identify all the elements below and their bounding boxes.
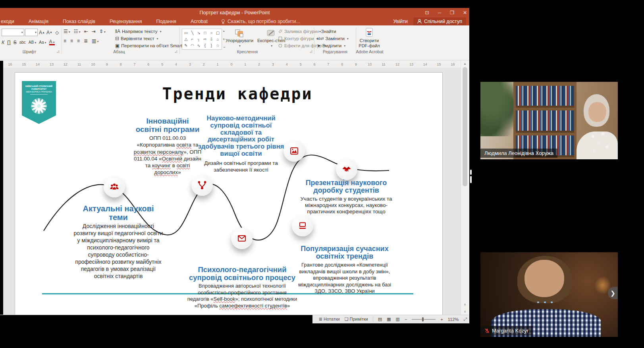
change-case-icon[interactable]: Аа▾ [39,40,46,44]
slide-sorter-view-icon[interactable]: ▦ [387,317,391,322]
comments-button[interactable]: ❏ Примітки [345,317,368,322]
fit-to-window-icon[interactable]: ⤢ [463,317,467,322]
line-spacing-icon[interactable]: ⇕▾ [99,29,106,34]
ruler-number: 10 [363,62,377,66]
numbering-icon[interactable]: ☷▾ [74,29,81,34]
close-icon[interactable]: ✕ [463,10,467,15]
scrollbar-thumb[interactable] [463,67,467,186]
ribbon-display-options-icon[interactable]: ⊡ [425,10,429,15]
shape-icon[interactable]: ✎ [183,43,189,48]
shape-icon[interactable]: ╲ [189,30,195,36]
font-size-select[interactable]: ▾ [25,29,38,36]
char-spacing-icon[interactable]: АВ▾ [29,40,36,44]
block-heading: Популяризація сучасних освітніх трендів [292,245,397,261]
grow-font-icon[interactable]: А▲ [39,29,45,36]
zoom-slider-knob[interactable] [422,317,424,321]
shape-icon[interactable]: ∿ [196,43,202,48]
shapes-scroll-up-icon[interactable]: ▴ [223,29,226,33]
drawing-dialog-launcher-icon[interactable]: ◿ [310,50,312,53]
shrink-font-icon[interactable]: А▼ [46,29,53,36]
font-name-select[interactable]: ▾ [2,29,24,36]
align-text-button[interactable]: ⊟ Вирівняти текст▾ [115,35,192,42]
shape-icon[interactable]: ▭ [183,30,189,36]
ribbon-tab[interactable]: Показ слайдів [63,19,95,24]
find-button[interactable]: ⌕ Знайти [317,28,349,35]
block-heading: Інноваційні освітні програми [133,117,202,133]
people-icon [109,182,120,191]
ribbon-tab[interactable]: еходи [1,19,14,24]
shape-icon[interactable]: ┐ [196,36,202,42]
ribbon-tab[interactable]: Рецензування [110,19,142,24]
shape-icon[interactable]: ☆ [215,43,221,48]
block-psych-pedagogical-support: Психолого-педагогічний супровід освітньо… [187,266,298,309]
next-participants-button[interactable]: ❯ [608,287,618,299]
increase-indent-icon[interactable]: ⇥ [92,29,96,34]
notes-button[interactable]: ≣ Нотатки [319,317,340,322]
paragraph-buttons: ☰▾ ☷▾ ⇤ ⇥ ⇕▾ ≡ ≡ ≡ ≣ ▥▾ [64,29,111,44]
font-dialog-launcher-icon[interactable]: ◿ [57,50,59,53]
shape-icon[interactable]: ⇩ [208,36,214,42]
columns-icon[interactable]: ▥▾ [92,38,98,44]
share-button[interactable]: Спільний доступ [413,17,466,25]
align-left-icon[interactable]: ≡ [64,38,66,44]
zoom-in-icon[interactable]: + [440,317,443,322]
shape-icon[interactable]: △ [183,36,189,42]
restore-icon[interactable]: ❐ [450,10,454,15]
slide-scrollbar[interactable]: ▲ ↟ ↡ ▼ [461,61,469,323]
shape-icon[interactable]: ↘ [196,30,202,36]
horizontal-ruler[interactable]: 1615141312111098765432101234567891011121… [3,61,460,68]
scroll-up-icon[interactable]: ▲ [463,62,467,66]
branch-icon [197,180,207,190]
font-color-icon[interactable]: А▾ [49,39,55,45]
replace-button[interactable]: ab⇄ Замінити▾ [317,35,349,42]
shape-icon[interactable]: { [202,43,208,48]
next-slide-icon[interactable]: ↡ [464,310,467,313]
slide[interactable]: КИЇВСЬКИЙ СТОЛИЧНИЙ УНІВЕРСИТЕТ ІМЕНІ БО… [15,72,443,323]
clear-formatting-icon[interactable]: ◇ [54,29,60,36]
shape-icon[interactable]: ▢ [215,30,221,36]
arrange-button[interactable]: Упорядкувати▾ [226,29,253,48]
ribbon-tab[interactable]: Подання [156,19,176,24]
previous-slide-icon[interactable]: ↟ [464,303,467,307]
select-button[interactable]: ➤ Виділити▾ [317,42,349,49]
sign-in-button[interactable]: Увійти [393,19,408,24]
align-center-icon[interactable]: ≡ [70,38,73,44]
tell-me-box[interactable]: Скажіть, що потрібно зробити... [221,19,300,24]
participant-video-2[interactable]: Margarita Kozyr ❯ [480,252,618,337]
zoom-slider[interactable] [412,319,436,320]
font-toggle-row: К П S abc АВ▾ Аа▾ А▾ [2,39,60,45]
justify-icon[interactable]: ≣ [84,38,88,44]
zoom-level[interactable]: 112% [448,317,459,322]
paragraph-dialog-launcher-icon[interactable]: ◿ [175,50,177,53]
shape-icon[interactable]: ⌂ [215,36,221,42]
participants-scrollbar[interactable] [470,170,472,183]
italic-icon[interactable]: К [2,40,4,45]
shape-icon[interactable]: } [208,43,214,48]
ribbon-tab[interactable]: Acrobat [191,19,208,24]
bullets-icon[interactable]: ☰▾ [64,29,70,34]
normal-view-icon[interactable]: ▤ [378,317,382,322]
create-pdf-button[interactable]: Створити PDF-файл [358,28,380,48]
shape-icon[interactable]: ⇨ [202,36,208,42]
participant-2-name: Margarita Kozyr [492,328,528,334]
shape-icon[interactable]: □ [202,30,208,36]
minimize-icon[interactable]: ─ [438,10,442,15]
ribbon-tab[interactable]: Анімація [29,19,48,24]
decrease-indent-icon[interactable]: ⇤ [84,29,88,34]
convert-smartart-button[interactable]: ▣ Перетворити на об'єкт SmartArt▾ [115,42,192,49]
reading-view-icon[interactable]: ▥ [396,317,400,322]
shapes-more-icon[interactable]: ≂ [223,46,226,49]
shape-icon[interactable]: ○ [208,30,214,36]
underline-icon[interactable]: П [7,40,11,45]
shape-icon[interactable]: ◠ [189,43,195,48]
shadow-icon[interactable]: abc [19,40,26,44]
ruler-number: 8 [114,62,128,66]
ruler-number: 1 [211,62,225,66]
zoom-out-icon[interactable]: − [405,317,407,322]
shape-icon[interactable]: ⌐ [189,36,195,42]
text-direction-button[interactable]: ‖А Напрямок тексту▾ [115,28,192,35]
participant-video-1[interactable]: Людмила Леонідівна Хоружа [480,82,618,159]
strikethrough-icon[interactable]: S [13,40,17,45]
shapes-scroll-down-icon[interactable]: ▾ [223,38,226,41]
align-right-icon[interactable]: ≡ [77,38,80,44]
